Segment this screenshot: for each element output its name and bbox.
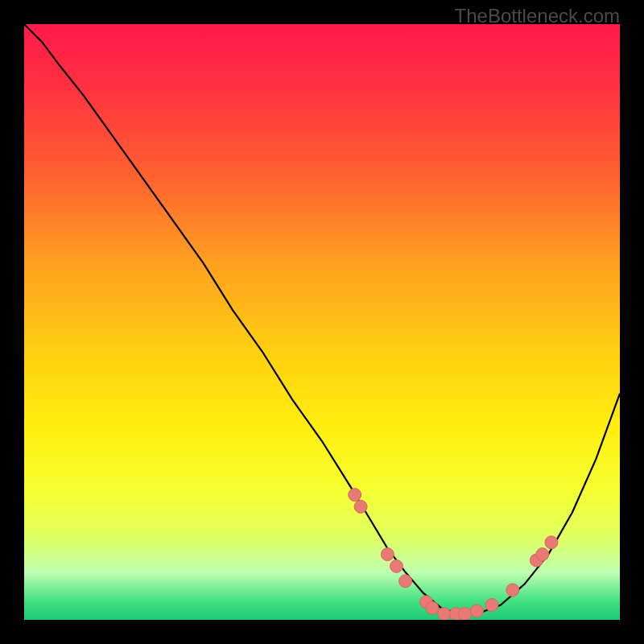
sample-point xyxy=(354,500,367,513)
sample-point xyxy=(426,601,439,614)
sample-point xyxy=(381,548,394,561)
sample-point xyxy=(536,548,549,561)
sample-point xyxy=(399,575,412,588)
sample-points-group xyxy=(349,489,558,620)
sample-point xyxy=(545,536,558,549)
sample-point xyxy=(349,489,361,502)
sample-point xyxy=(506,584,519,597)
sample-point xyxy=(485,599,498,612)
bottleneck-curve xyxy=(24,24,620,614)
sample-point xyxy=(438,608,451,620)
watermark-text: TheBottleneck.com xyxy=(455,5,620,27)
chart-plot-area xyxy=(24,24,620,620)
sample-point xyxy=(390,559,403,572)
sample-point xyxy=(459,608,472,620)
sample-point xyxy=(470,605,483,617)
bottleneck-chart-svg xyxy=(24,24,620,620)
